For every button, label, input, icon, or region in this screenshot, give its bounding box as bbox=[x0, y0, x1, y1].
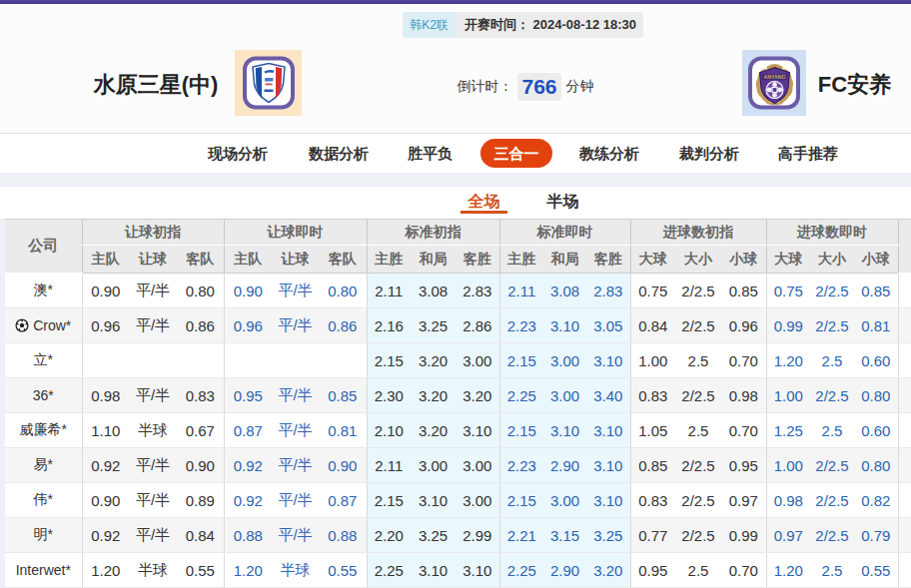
svg-text:ANYANG: ANYANG bbox=[763, 74, 785, 80]
